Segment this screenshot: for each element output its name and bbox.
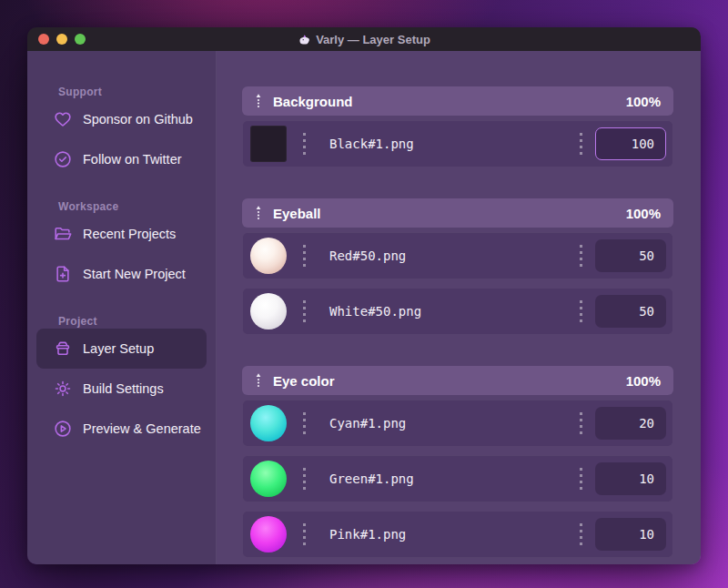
sidebar-item-sponsor-on-github[interactable]: Sponsor on Github bbox=[36, 99, 207, 139]
layer-file-name: Pink#1.png bbox=[329, 527, 406, 542]
dashed-divider bbox=[303, 523, 306, 545]
sidebar-item-label: Layer Setup bbox=[83, 341, 154, 356]
sidebar-item-build-settings[interactable]: Build Settings bbox=[36, 369, 207, 409]
dashed-divider bbox=[580, 468, 582, 490]
layer-group-header[interactable]: Eye color 100% bbox=[242, 366, 673, 395]
dashed-divider bbox=[580, 300, 582, 322]
sidebar-item-recent-projects[interactable]: Recent Projects bbox=[36, 214, 207, 254]
sidebar-section: Workspace Recent Projects Start New Proj… bbox=[36, 199, 207, 294]
layer-rows: Red#50.png White#50.png bbox=[242, 232, 673, 335]
folder-open-icon bbox=[53, 224, 73, 244]
sidebar-section: Project Layer Setup Build Settings Previ… bbox=[36, 314, 207, 449]
layer-weight-input[interactable] bbox=[595, 295, 666, 328]
layer-row[interactable]: Green#1.png bbox=[242, 455, 673, 502]
gear-icon bbox=[53, 379, 73, 399]
layer-file-name: Black#1.png bbox=[329, 137, 414, 151]
sidebar-item-follow-on-twitter[interactable]: Follow on Twitter bbox=[36, 139, 207, 179]
minimize-button[interactable] bbox=[56, 34, 67, 45]
sidebar-item-layer-setup[interactable]: Layer Setup bbox=[36, 329, 207, 369]
layer-thumbnail-white-sphere bbox=[250, 293, 287, 329]
dashed-divider bbox=[303, 245, 306, 267]
sidebar-item-label: Sponsor on Github bbox=[83, 112, 193, 127]
sidebar-section-label: Project bbox=[36, 314, 207, 329]
layer-group-name: Eye color bbox=[273, 373, 335, 389]
layer-weight-input[interactable] bbox=[595, 462, 666, 495]
layer-file-name: Green#1.png bbox=[329, 471, 414, 486]
dashed-divider bbox=[303, 133, 306, 155]
heart-icon bbox=[53, 109, 73, 129]
layer-row[interactable]: Pink#1.png bbox=[242, 511, 673, 558]
drag-handle-icon[interactable] bbox=[251, 204, 266, 222]
layer-group-name: Background bbox=[273, 94, 353, 109]
layer-row[interactable]: White#50.png bbox=[242, 288, 673, 335]
layers-panel: Background 100% Black#1.png Eyeball 100%… bbox=[217, 51, 701, 564]
window-title: Varly — Layer Setup bbox=[298, 33, 430, 46]
dashed-divider bbox=[303, 412, 306, 434]
sidebar-item-label: Start New Project bbox=[83, 267, 186, 281]
sidebar-section-label: Workspace bbox=[36, 199, 207, 214]
zoom-button[interactable] bbox=[75, 34, 86, 45]
close-button[interactable] bbox=[38, 34, 49, 45]
layer-row[interactable]: Black#1.png bbox=[242, 120, 673, 167]
layer-weight-input[interactable] bbox=[595, 518, 666, 551]
sidebar: Support Sponsor on Github Follow on Twit… bbox=[27, 51, 217, 564]
layer-group-name: Eyeball bbox=[273, 206, 321, 221]
layer-group-weight: 100% bbox=[626, 94, 661, 109]
window-title-text: Varly — Layer Setup bbox=[316, 33, 430, 46]
layer-group-background: Background 100% Black#1.png bbox=[242, 86, 673, 167]
layer-row[interactable]: Cyan#1.png bbox=[242, 400, 673, 447]
traffic-lights bbox=[38, 27, 86, 51]
play-circle-icon bbox=[53, 419, 73, 439]
sidebar-item-label: Preview & Generate bbox=[83, 421, 201, 436]
layer-rows: Cyan#1.png Green#1.png Pink#1.png bbox=[242, 400, 673, 558]
app-body: Support Sponsor on Github Follow on Twit… bbox=[27, 51, 701, 564]
layer-thumbnail-red-sphere bbox=[250, 238, 287, 274]
layer-thumbnail-green-sphere bbox=[250, 461, 287, 497]
dashed-divider bbox=[303, 300, 306, 322]
layer-weight-input[interactable] bbox=[595, 407, 666, 440]
layer-group-header[interactable]: Eyeball 100% bbox=[242, 198, 673, 228]
sidebar-section-items: Recent Projects Start New Project bbox=[36, 214, 207, 294]
desktop-background: Varly — Layer Setup Support Sponsor on G… bbox=[0, 0, 728, 588]
layer-group-weight: 100% bbox=[626, 206, 661, 221]
titlebar: Varly — Layer Setup bbox=[27, 27, 701, 51]
layer-file-name: Red#50.png bbox=[329, 248, 406, 263]
sidebar-item-start-new-project[interactable]: Start New Project bbox=[36, 254, 207, 294]
sidebar-section-items: Layer Setup Build Settings Preview & Gen… bbox=[36, 329, 207, 449]
drag-handle-icon[interactable] bbox=[251, 371, 266, 390]
layers-box-icon bbox=[53, 339, 73, 359]
file-plus-icon bbox=[53, 264, 73, 284]
layer-weight-input[interactable] bbox=[595, 239, 666, 272]
layer-file-name: Cyan#1.png bbox=[329, 416, 406, 431]
verified-badge-icon bbox=[53, 149, 73, 169]
sidebar-section: Support Sponsor on Github Follow on Twit… bbox=[36, 85, 207, 179]
layer-thumbnail-cyan-sphere bbox=[250, 405, 287, 441]
dashed-divider bbox=[580, 133, 582, 155]
app-window: Varly — Layer Setup Support Sponsor on G… bbox=[27, 27, 701, 564]
sidebar-item-preview-generate[interactable]: Preview & Generate bbox=[36, 409, 207, 449]
dashed-divider bbox=[303, 468, 306, 490]
layer-weight-input[interactable] bbox=[595, 127, 666, 160]
sidebar-item-label: Recent Projects bbox=[83, 227, 176, 241]
layer-group-eyeball: Eyeball 100% Red#50.png White#50.png bbox=[242, 198, 673, 335]
dashed-divider bbox=[580, 245, 582, 267]
layer-thumbnail-pink-sphere bbox=[250, 516, 287, 553]
layer-group-eye-color: Eye color 100% Cyan#1.png Green#1.png Pi… bbox=[242, 366, 673, 558]
dashed-divider bbox=[580, 523, 582, 545]
sidebar-section-label: Support bbox=[36, 85, 207, 99]
layer-group-weight: 100% bbox=[626, 373, 661, 389]
dashed-divider bbox=[580, 412, 582, 434]
layer-file-name: White#50.png bbox=[329, 304, 421, 319]
sidebar-item-label: Build Settings bbox=[83, 381, 164, 396]
drag-handle-icon[interactable] bbox=[251, 92, 266, 110]
sidebar-section-items: Sponsor on Github Follow on Twitter bbox=[36, 99, 207, 179]
layer-rows: Black#1.png bbox=[242, 120, 673, 167]
layer-thumbnail-black-square bbox=[250, 126, 287, 162]
unicorn-icon bbox=[298, 33, 311, 46]
layer-group-header[interactable]: Background 100% bbox=[242, 86, 673, 116]
sidebar-item-label: Follow on Twitter bbox=[83, 152, 182, 167]
layer-row[interactable]: Red#50.png bbox=[242, 232, 673, 279]
